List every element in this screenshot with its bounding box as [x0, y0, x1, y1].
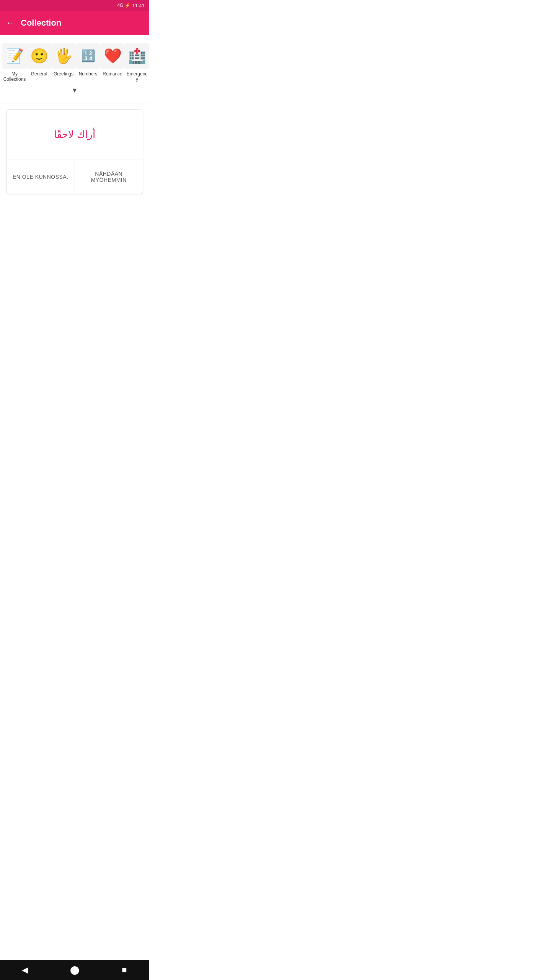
card-answer-left[interactable]: EN OLE KUNNOSSA. [7, 160, 75, 194]
category-item-emergency[interactable]: 🏥 Emergency [126, 43, 148, 82]
card-section: أراك لاحقًا EN OLE KUNNOSSA. NÄHDÄÄN MYÖ… [0, 103, 149, 194]
greetings-label: Greetings [54, 71, 73, 77]
romance-label: Romance [103, 71, 122, 77]
card-answer-left-text: EN OLE KUNNOSSA. [13, 174, 68, 180]
card-bottom: EN OLE KUNNOSSA. NÄHDÄÄN MYÖHEMMIN [7, 160, 143, 194]
category-item-numbers[interactable]: 🔢 Numbers [77, 43, 99, 77]
back-button[interactable]: ← [6, 19, 15, 27]
card-arabic-text: أراك لاحقًا [54, 129, 95, 140]
page-title: Collection [21, 18, 61, 28]
status-icons: 4G ⚡ 11:41 [117, 3, 145, 8]
category-row: 📝 My Collections 🙂 General 🖐️ Greetings … [3, 43, 146, 82]
romance-icon: ❤️ [99, 43, 126, 69]
numbers-icon: 🔢 [75, 43, 101, 69]
card-top[interactable]: أراك لاحقًا [7, 110, 143, 160]
top-bar: ← Collection [0, 11, 149, 35]
chevron-down-icon[interactable]: ▾ [73, 85, 77, 95]
my-collections-icon: 📝 [2, 43, 28, 69]
chevron-row: ▾ [3, 82, 146, 99]
category-item-my-collections[interactable]: 📝 My Collections [3, 43, 26, 82]
category-item-greetings[interactable]: 🖐️ Greetings [52, 43, 75, 77]
flash-card: أراك لاحقًا EN OLE KUNNOSSA. NÄHDÄÄN MYÖ… [6, 109, 143, 194]
category-item-general[interactable]: 🙂 General [28, 43, 51, 77]
card-answer-right[interactable]: NÄHDÄÄN MYÖHEMMIN [75, 160, 143, 194]
numbers-label: Numbers [79, 71, 98, 77]
general-icon: 🙂 [26, 43, 52, 69]
category-section: 📝 My Collections 🙂 General 🖐️ Greetings … [0, 35, 149, 103]
my-collections-label: My Collections [3, 71, 26, 82]
emergency-icon: 🏥 [124, 43, 149, 69]
time-label: 11:41 [132, 3, 145, 8]
emergency-label: Emergency [126, 71, 148, 82]
battery-icon: ⚡ [125, 3, 130, 8]
card-answer-right-text: NÄHDÄÄN MYÖHEMMIN [80, 171, 139, 183]
greetings-icon: 🖐️ [51, 43, 77, 69]
category-item-romance[interactable]: ❤️ Romance [101, 43, 124, 77]
general-label: General [31, 71, 47, 77]
status-bar: 4G ⚡ 11:41 [0, 0, 149, 11]
network-label: 4G [117, 3, 123, 8]
